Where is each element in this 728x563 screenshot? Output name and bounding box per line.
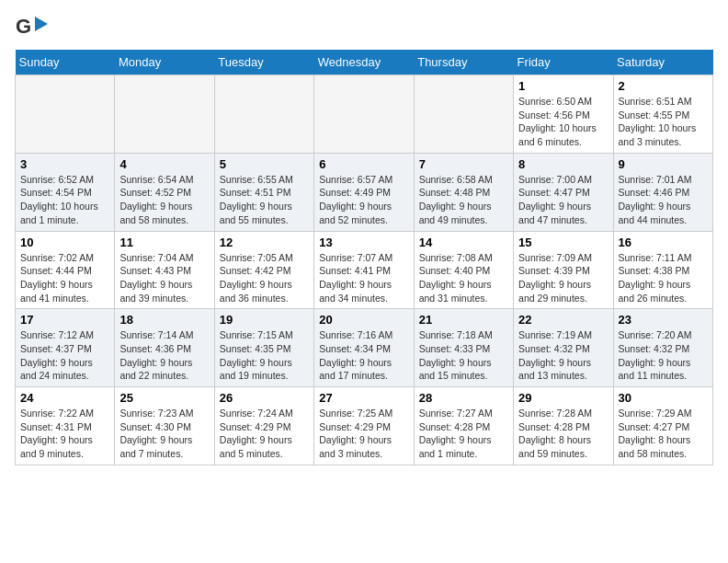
calendar-cell: 16Sunrise: 7:11 AM Sunset: 4:38 PM Dayli… xyxy=(613,231,712,309)
day-number: 29 xyxy=(518,391,608,405)
day-info: Sunrise: 7:00 AM Sunset: 4:47 PM Dayligh… xyxy=(518,173,608,227)
calendar-cell: 7Sunrise: 6:58 AM Sunset: 4:48 PM Daylig… xyxy=(414,153,513,231)
calendar-cell: 22Sunrise: 7:19 AM Sunset: 4:32 PM Dayli… xyxy=(514,309,613,387)
calendar-cell: 26Sunrise: 7:24 AM Sunset: 4:29 PM Dayli… xyxy=(214,387,313,465)
day-info: Sunrise: 7:05 AM Sunset: 4:42 PM Dayligh… xyxy=(220,251,309,305)
day-info: Sunrise: 7:20 AM Sunset: 4:32 PM Dayligh… xyxy=(619,328,708,383)
day-info: Sunrise: 6:51 AM Sunset: 4:55 PM Dayligh… xyxy=(619,95,708,149)
day-number: 11 xyxy=(119,236,209,249)
day-info: Sunrise: 7:25 AM Sunset: 4:29 PM Dayligh… xyxy=(319,407,408,461)
calendar-cell: 12Sunrise: 7:05 AM Sunset: 4:42 PM Dayli… xyxy=(214,231,313,309)
day-number: 18 xyxy=(119,313,209,327)
day-number: 14 xyxy=(419,236,508,249)
calendar-cell: 13Sunrise: 7:07 AM Sunset: 4:41 PM Dayli… xyxy=(314,231,414,309)
day-number: 27 xyxy=(319,391,408,405)
day-number: 12 xyxy=(220,236,309,249)
day-number: 5 xyxy=(220,157,309,171)
page-header: G xyxy=(15,15,713,40)
day-info: Sunrise: 7:22 AM Sunset: 4:31 PM Dayligh… xyxy=(20,407,109,461)
day-number: 4 xyxy=(119,157,209,171)
calendar-cell: 3Sunrise: 6:52 AM Sunset: 4:54 PM Daylig… xyxy=(16,153,115,231)
calendar-cell: 15Sunrise: 7:09 AM Sunset: 4:39 PM Dayli… xyxy=(514,231,613,309)
calendar-cell: 6Sunrise: 6:57 AM Sunset: 4:49 PM Daylig… xyxy=(314,153,414,231)
calendar-cell: 18Sunrise: 7:14 AM Sunset: 4:36 PM Dayli… xyxy=(115,309,214,387)
calendar-week-4: 17Sunrise: 7:12 AM Sunset: 4:37 PM Dayli… xyxy=(16,309,713,387)
calendar-cell: 4Sunrise: 6:54 AM Sunset: 4:52 PM Daylig… xyxy=(115,153,214,231)
weekday-header-saturday: Saturday xyxy=(613,50,712,75)
day-info: Sunrise: 6:52 AM Sunset: 4:54 PM Dayligh… xyxy=(20,173,109,227)
day-info: Sunrise: 7:04 AM Sunset: 4:43 PM Dayligh… xyxy=(119,251,209,305)
day-info: Sunrise: 7:29 AM Sunset: 4:27 PM Dayligh… xyxy=(619,407,708,461)
calendar-table: SundayMondayTuesdayWednesdayThursdayFrid… xyxy=(15,50,713,465)
calendar-cell xyxy=(16,75,115,154)
logo-icon: G xyxy=(15,15,48,40)
day-number: 26 xyxy=(220,391,309,405)
day-info: Sunrise: 7:07 AM Sunset: 4:41 PM Dayligh… xyxy=(319,251,408,305)
calendar-cell: 25Sunrise: 7:23 AM Sunset: 4:30 PM Dayli… xyxy=(115,387,214,465)
day-info: Sunrise: 7:08 AM Sunset: 4:40 PM Dayligh… xyxy=(419,251,508,305)
day-info: Sunrise: 7:15 AM Sunset: 4:35 PM Dayligh… xyxy=(220,328,309,383)
day-number: 23 xyxy=(619,313,708,327)
day-number: 13 xyxy=(319,236,408,249)
day-number: 3 xyxy=(20,157,109,171)
calendar-cell: 30Sunrise: 7:29 AM Sunset: 4:27 PM Dayli… xyxy=(613,387,712,465)
day-info: Sunrise: 7:16 AM Sunset: 4:34 PM Dayligh… xyxy=(319,328,408,383)
day-info: Sunrise: 7:11 AM Sunset: 4:38 PM Dayligh… xyxy=(619,251,708,305)
day-number: 7 xyxy=(419,157,508,171)
day-number: 19 xyxy=(220,313,309,327)
day-info: Sunrise: 7:27 AM Sunset: 4:28 PM Dayligh… xyxy=(419,407,508,461)
day-number: 16 xyxy=(619,236,708,249)
day-info: Sunrise: 7:18 AM Sunset: 4:33 PM Dayligh… xyxy=(419,328,508,383)
calendar-cell: 9Sunrise: 7:01 AM Sunset: 4:46 PM Daylig… xyxy=(613,153,712,231)
calendar-week-3: 10Sunrise: 7:02 AM Sunset: 4:44 PM Dayli… xyxy=(16,231,713,309)
day-number: 22 xyxy=(518,313,608,327)
day-info: Sunrise: 6:58 AM Sunset: 4:48 PM Dayligh… xyxy=(419,173,508,227)
day-info: Sunrise: 6:55 AM Sunset: 4:51 PM Dayligh… xyxy=(220,173,309,227)
day-number: 6 xyxy=(319,157,408,171)
day-info: Sunrise: 7:02 AM Sunset: 4:44 PM Dayligh… xyxy=(20,251,109,305)
calendar-cell: 23Sunrise: 7:20 AM Sunset: 4:32 PM Dayli… xyxy=(613,309,712,387)
day-info: Sunrise: 7:09 AM Sunset: 4:39 PM Dayligh… xyxy=(518,251,608,305)
day-info: Sunrise: 7:14 AM Sunset: 4:36 PM Dayligh… xyxy=(119,328,209,383)
logo: G xyxy=(15,15,51,40)
calendar-cell: 5Sunrise: 6:55 AM Sunset: 4:51 PM Daylig… xyxy=(214,153,313,231)
day-number: 28 xyxy=(419,391,508,405)
weekday-header-wednesday: Wednesday xyxy=(314,50,414,75)
weekday-header-sunday: Sunday xyxy=(16,50,115,75)
calendar-cell: 11Sunrise: 7:04 AM Sunset: 4:43 PM Dayli… xyxy=(115,231,214,309)
calendar-week-2: 3Sunrise: 6:52 AM Sunset: 4:54 PM Daylig… xyxy=(16,153,713,231)
day-number: 9 xyxy=(619,157,708,171)
calendar-cell xyxy=(414,75,513,154)
calendar-cell: 20Sunrise: 7:16 AM Sunset: 4:34 PM Dayli… xyxy=(314,309,414,387)
calendar-cell: 27Sunrise: 7:25 AM Sunset: 4:29 PM Dayli… xyxy=(314,387,414,465)
day-number: 20 xyxy=(319,313,408,327)
calendar-cell: 24Sunrise: 7:22 AM Sunset: 4:31 PM Dayli… xyxy=(16,387,115,465)
calendar-cell: 8Sunrise: 7:00 AM Sunset: 4:47 PM Daylig… xyxy=(514,153,613,231)
calendar-cell: 14Sunrise: 7:08 AM Sunset: 4:40 PM Dayli… xyxy=(414,231,513,309)
day-info: Sunrise: 7:01 AM Sunset: 4:46 PM Dayligh… xyxy=(619,173,708,227)
day-info: Sunrise: 7:28 AM Sunset: 4:28 PM Dayligh… xyxy=(518,407,608,461)
day-info: Sunrise: 6:54 AM Sunset: 4:52 PM Dayligh… xyxy=(119,173,209,227)
calendar-cell: 2Sunrise: 6:51 AM Sunset: 4:55 PM Daylig… xyxy=(613,75,712,154)
weekday-header-monday: Monday xyxy=(115,50,214,75)
day-info: Sunrise: 7:19 AM Sunset: 4:32 PM Dayligh… xyxy=(518,328,608,383)
day-number: 1 xyxy=(518,79,608,93)
day-number: 30 xyxy=(619,391,708,405)
day-number: 17 xyxy=(20,313,109,327)
day-number: 8 xyxy=(518,157,608,171)
day-number: 2 xyxy=(619,79,708,93)
calendar-cell xyxy=(214,75,313,154)
weekday-header-row: SundayMondayTuesdayWednesdayThursdayFrid… xyxy=(16,50,713,75)
calendar-week-1: 1Sunrise: 6:50 AM Sunset: 4:56 PM Daylig… xyxy=(16,75,713,154)
calendar-cell: 21Sunrise: 7:18 AM Sunset: 4:33 PM Dayli… xyxy=(414,309,513,387)
day-number: 10 xyxy=(20,236,109,249)
day-number: 25 xyxy=(119,391,209,405)
day-info: Sunrise: 7:23 AM Sunset: 4:30 PM Dayligh… xyxy=(119,407,209,461)
weekday-header-tuesday: Tuesday xyxy=(214,50,313,75)
day-info: Sunrise: 7:24 AM Sunset: 4:29 PM Dayligh… xyxy=(220,407,309,461)
day-info: Sunrise: 6:50 AM Sunset: 4:56 PM Dayligh… xyxy=(518,95,608,149)
day-number: 24 xyxy=(20,391,109,405)
calendar-cell: 29Sunrise: 7:28 AM Sunset: 4:28 PM Dayli… xyxy=(514,387,613,465)
day-info: Sunrise: 6:57 AM Sunset: 4:49 PM Dayligh… xyxy=(319,173,408,227)
calendar-cell: 17Sunrise: 7:12 AM Sunset: 4:37 PM Dayli… xyxy=(16,309,115,387)
